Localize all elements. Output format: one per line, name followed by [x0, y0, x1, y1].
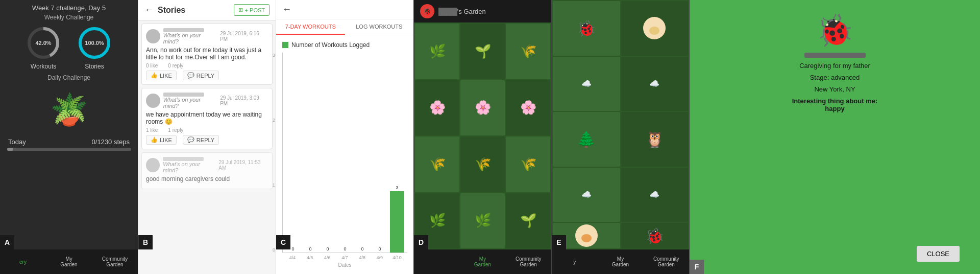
bar-col-3: 0	[321, 246, 335, 253]
back-arrow-icon[interactable]: ←	[144, 5, 154, 15]
like-button-2[interactable]: 👍 LIKE	[146, 135, 177, 145]
nav-d-1[interactable]	[414, 260, 460, 264]
legend-dot	[282, 42, 288, 48]
panel-a-bottom-nav: ery MyGarden CommunityGarden	[0, 249, 138, 274]
story-meta-2: What's on your mind? 29 Jul 2019, 3:09 P…	[146, 93, 268, 109]
garden-cell-d3[interactable]: 🌾	[506, 24, 550, 79]
steps-bar	[7, 148, 13, 151]
garden-cell-d7[interactable]: 🌾	[415, 136, 459, 192]
story-stats-1: 0 like 0 reply	[146, 63, 268, 68]
tab-7day[interactable]: 7-DAY WORKOUTS	[276, 19, 345, 35]
nav-d-my-garden[interactable]: MyGarden	[460, 254, 506, 269]
back-arrow-c[interactable]: ←	[282, 4, 291, 15]
garden-cell-e4[interactable]: ☁️	[621, 57, 689, 111]
garden-cell-d4[interactable]: 🌸	[415, 80, 459, 136]
bar-value-2: 0	[309, 246, 311, 252]
y-label-2: 2	[273, 118, 275, 123]
nav-item-my-garden[interactable]: MyGarden	[46, 254, 92, 269]
garden-cell-e10[interactable]: 🐞	[621, 223, 689, 248]
panel-c: ← 7-DAY WORKOUTS LOG WORKOUTS Number of …	[276, 0, 413, 274]
caregiving-text: Caregiving for my father	[799, 62, 870, 70]
x-label-5: 4/8	[355, 255, 370, 260]
story-date-1: 29 Jul 2019, 6:16 PM	[220, 31, 268, 42]
workouts-ring: 42.0%	[26, 25, 61, 61]
panel-a: Week 7 challenge, Day 5 Weekly Challenge…	[0, 0, 138, 274]
plant-icon: 🪴	[50, 92, 88, 128]
circles-row: 42.0% Workouts 100.0% Stories	[26, 25, 112, 70]
tab-log[interactable]: LOG WORKOUTS	[345, 19, 414, 35]
panel-b-label: B	[138, 235, 153, 249]
y-label-0: 0	[273, 247, 275, 253]
garden-cell-d9[interactable]: 🌾	[506, 136, 550, 192]
bar-value-6: 0	[378, 246, 381, 252]
bar-value-1: 0	[291, 246, 294, 252]
workouts-percent: 42.0%	[35, 40, 51, 46]
stories-title: Stories	[158, 6, 234, 15]
post-plus-icon: ⊞	[238, 7, 243, 13]
stage-text: Stage: advanced	[810, 74, 860, 81]
garden-avatar: 🐞	[420, 4, 434, 18]
reply-label-1: REPLY	[197, 73, 214, 79]
close-button[interactable]: CLOSE	[917, 246, 960, 262]
panel-e-grid: 🐞 ☁️ ☁️ 🌲 🦉 ☁️ ☁️ 🐞	[552, 0, 689, 249]
nav-e-my-garden[interactable]: MyGarden	[598, 254, 644, 269]
garden-cell-d11[interactable]: 🌿	[460, 193, 505, 249]
garden-cell-d8[interactable]: 🌾	[460, 136, 505, 192]
garden-cell-e5[interactable]: 🌲	[553, 112, 620, 167]
story-text-3: good morning caregivers could	[146, 175, 268, 182]
like-icon-1: 👍	[151, 72, 158, 79]
garden-owner-name: ████'s Garden	[438, 8, 486, 15]
steps-row: Today 0/1230 steps	[0, 138, 138, 146]
y-label-1: 1	[273, 182, 275, 188]
stories-label: Stories	[85, 63, 104, 70]
story-avatar-1	[146, 29, 160, 43]
story-prompt-2: What's on your mind?	[163, 97, 217, 109]
like-label-1: LIKE	[160, 73, 172, 79]
panel-d: 🐞 ████'s Garden 🌿 🌱 🌾 🌸 🌸 🌸 🌾 🌾 🌾 🌿 🌿 🌱 …	[413, 0, 551, 274]
garden-cell-e1[interactable]: 🐞	[553, 1, 620, 56]
garden-cell-d5[interactable]: 🌸	[460, 80, 505, 136]
garden-cell-e7[interactable]: ☁️	[553, 168, 620, 222]
garden-cell-d2[interactable]: 🌱	[460, 24, 505, 79]
story-meta-1: What's on your mind? 29 Jul 2019, 6:16 P…	[146, 28, 268, 44]
story-avatar-3	[146, 158, 160, 172]
garden-cell-e8[interactable]: ☁️	[621, 168, 689, 222]
story-card-2: What's on your mind? 29 Jul 2019, 3:09 P…	[141, 88, 273, 149]
panel-b: ← Stories ⊞ + POST What's on your mind? …	[138, 0, 276, 274]
like-button-1[interactable]: 👍 LIKE	[146, 71, 177, 80]
story-info-2: What's on your mind?	[163, 93, 217, 109]
garden-cell-e2[interactable]	[621, 1, 689, 56]
legend-label: Number of Workouts Logged	[291, 41, 370, 49]
bar-value-5: 0	[361, 246, 363, 252]
nav-item-community-garden[interactable]: CommunityGarden	[92, 254, 138, 269]
x-label-1: 4/4	[285, 255, 300, 260]
garden-cell-d12[interactable]: 🌱	[506, 193, 550, 249]
reply-button-2[interactable]: 💬 REPLY	[183, 135, 219, 145]
nav-e-community-garden[interactable]: CommunityGarden	[643, 254, 689, 269]
location-text: New York, NY	[814, 85, 855, 93]
reply-button-1[interactable]: 💬 REPLY	[183, 71, 219, 80]
story-prompt-3: What's on your mind?	[163, 161, 215, 173]
like-label-2: LIKE	[160, 137, 172, 143]
story-replies-2: 1 reply	[168, 127, 183, 133]
stories-ring: 100.0%	[77, 25, 112, 61]
garden-cell-d1[interactable]: 🌿	[415, 24, 459, 79]
garden-cell-d6[interactable]: 🌸	[506, 80, 550, 136]
panel-d-grid: 🌿 🌱 🌾 🌸 🌸 🌸 🌾 🌾 🌾 🌿 🌿 🌱	[414, 22, 551, 249]
garden-cell-e6[interactable]: 🦉	[621, 112, 689, 167]
x-label-6: 4/9	[373, 255, 387, 260]
panel-f: 🐞 Caregiving for my father Stage: advanc…	[689, 0, 980, 274]
weekly-challenge-label: Weekly Challenge	[44, 14, 94, 21]
garden-cell-e3[interactable]: ☁️	[553, 57, 620, 111]
post-button[interactable]: ⊞ + POST	[234, 4, 270, 16]
story-likes-1: 0 like	[146, 63, 158, 68]
chart-wrapper: 3 2 1 0 0 0 0 0	[282, 53, 407, 268]
story-avatar-2	[146, 94, 160, 108]
story-info-3: What's on your mind?	[163, 157, 215, 173]
panel-e-bottom-nav: y MyGarden CommunityGarden	[552, 249, 689, 274]
reply-icon-2: 💬	[187, 136, 194, 143]
nav-e-1[interactable]: y	[552, 257, 598, 267]
nav-d-community-garden[interactable]: CommunityGarden	[505, 254, 551, 269]
nav-item-activity[interactable]: ery	[0, 257, 46, 267]
story-date-3: 29 Jul 2019, 11:53 AM	[218, 159, 268, 171]
